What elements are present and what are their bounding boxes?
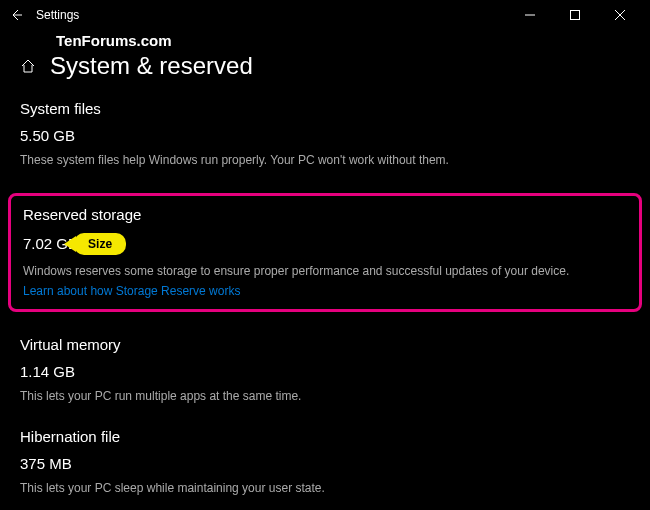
annotation-callout: Size: [74, 233, 126, 255]
titlebar-left: Settings: [8, 7, 79, 23]
page-header: System & reserved: [0, 30, 650, 92]
home-button[interactable]: [20, 58, 36, 74]
section-value: 5.50 GB: [20, 127, 630, 144]
maximize-icon: [570, 10, 580, 20]
section-virtual-memory: Virtual memory 1.14 GB This lets your PC…: [20, 336, 630, 405]
titlebar: Settings: [0, 0, 650, 30]
section-desc: These system files help Windows run prop…: [20, 152, 630, 169]
value-with-annotation: 7.02 GB Size: [23, 233, 627, 255]
section-title: Virtual memory: [20, 336, 630, 353]
svg-rect-1: [570, 11, 579, 20]
section-value: 375 MB: [20, 455, 630, 472]
section-hibernation-file: Hibernation file 375 MB This lets your P…: [20, 428, 630, 497]
close-icon: [615, 10, 625, 20]
window-controls: [507, 0, 642, 30]
minimize-icon: [525, 10, 535, 20]
section-system-files: System files 5.50 GB These system files …: [20, 100, 630, 169]
close-button[interactable]: [597, 0, 642, 30]
section-desc: Windows reserves some storage to ensure …: [23, 263, 627, 280]
back-button[interactable]: [8, 7, 24, 23]
home-icon: [20, 58, 36, 74]
section-title: System files: [20, 100, 630, 117]
section-desc: This lets your PC run multiple apps at t…: [20, 388, 630, 405]
section-desc: This lets your PC sleep while maintainin…: [20, 480, 630, 497]
section-value: 1.14 GB: [20, 363, 630, 380]
content: System files 5.50 GB These system files …: [0, 92, 650, 497]
learn-more-link[interactable]: Learn about how Storage Reserve works: [23, 284, 240, 298]
section-reserved-storage: Reserved storage 7.02 GB Size Windows re…: [8, 193, 642, 312]
maximize-button[interactable]: [552, 0, 597, 30]
app-title: Settings: [36, 8, 79, 22]
minimize-button[interactable]: [507, 0, 552, 30]
section-title: Reserved storage: [23, 206, 627, 223]
page-title: System & reserved: [50, 52, 253, 80]
back-arrow-icon: [9, 8, 23, 22]
section-title: Hibernation file: [20, 428, 630, 445]
